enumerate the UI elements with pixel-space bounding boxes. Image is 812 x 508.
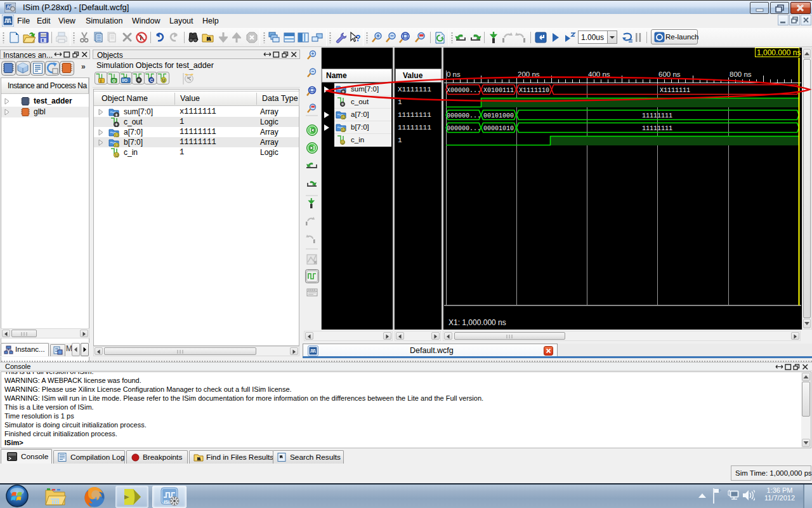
svg-text:?: ? bbox=[355, 33, 361, 43]
svg-text:U: U bbox=[162, 78, 166, 83]
svg-text:000000...: 000000... bbox=[447, 112, 481, 119]
svg-text:0 ns: 0 ns bbox=[447, 70, 461, 78]
svg-text:C: C bbox=[150, 78, 153, 83]
svg-text:11111111: 11111111 bbox=[642, 112, 672, 119]
svg-text:U: U bbox=[342, 128, 345, 132]
svg-text:X1: 1,000.000 ns: X1: 1,000.000 ns bbox=[449, 318, 506, 327]
svg-text:000000...: 000000... bbox=[447, 125, 481, 132]
svg-text:600 ns: 600 ns bbox=[658, 70, 681, 78]
svg-text:X1111111: X1111111 bbox=[660, 87, 690, 94]
svg-text:X0100111: X0100111 bbox=[483, 87, 514, 94]
svg-text:I/O: I/O bbox=[122, 78, 128, 83]
svg-text:1,000.000 ns: 1,000.000 ns bbox=[757, 48, 801, 57]
svg-text:00101000: 00101000 bbox=[483, 112, 514, 119]
svg-text:200 ns: 200 ns bbox=[518, 70, 540, 78]
svg-text:X00000...: X00000... bbox=[447, 87, 481, 94]
svg-text:U: U bbox=[342, 115, 345, 119]
svg-text:I: I bbox=[100, 78, 102, 83]
svg-text:11111111: 11111111 bbox=[642, 125, 672, 132]
svg-text:800 ns: 800 ns bbox=[730, 70, 752, 78]
svg-text:X1111110: X1111110 bbox=[519, 87, 549, 94]
svg-text:O: O bbox=[112, 78, 115, 83]
svg-text:00001010: 00001010 bbox=[483, 125, 514, 132]
svg-text:U: U bbox=[115, 153, 119, 157]
svg-text:U: U bbox=[341, 140, 344, 145]
svg-text:400 ns: 400 ns bbox=[588, 70, 610, 78]
